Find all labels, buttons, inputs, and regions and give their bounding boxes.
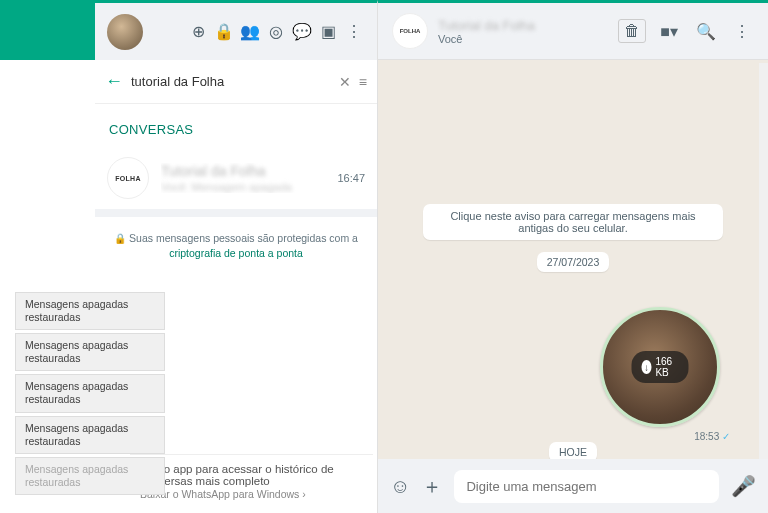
encryption-notice: 🔒Suas mensagens pessoais são protegidas … bbox=[95, 217, 377, 275]
search-back-icon[interactable]: ← bbox=[105, 71, 123, 92]
lock-icon[interactable]: 🔒 bbox=[213, 21, 235, 43]
add-icon[interactable]: ▣ bbox=[317, 21, 339, 43]
message-meta: 18:53 ✓ bbox=[600, 431, 740, 442]
video-call-icon[interactable]: ■▾ bbox=[656, 22, 682, 41]
download-badge[interactable]: 166 KB bbox=[632, 351, 689, 383]
media-message[interactable]: 166 KB 18:53 ✓ bbox=[600, 307, 740, 442]
composer: ☺ ＋ 🎤 bbox=[378, 459, 768, 513]
communities-icon[interactable]: 👥 bbox=[239, 21, 261, 43]
overlay-item[interactable]: Mensagens apagadas restauradas bbox=[15, 292, 165, 330]
chat-list-item[interactable]: FOLHA Tutorial da Folha Você: Mensagem a… bbox=[95, 147, 377, 217]
brand-bar bbox=[0, 3, 95, 60]
new-contact-icon[interactable]: ⊕ bbox=[187, 21, 209, 43]
check-icon: ✓ bbox=[722, 431, 730, 442]
mic-icon[interactable]: 🎤 bbox=[731, 474, 756, 498]
clear-search-icon[interactable]: ✕ bbox=[339, 74, 351, 90]
chat-header: FOLHA Tutorial da Folha Você 🗑 ■▾ 🔍 ⋮ bbox=[378, 3, 768, 60]
menu-icon[interactable]: ⋮ bbox=[343, 21, 365, 43]
chat-item-title: Tutorial da Folha bbox=[161, 163, 337, 179]
search-bar: ← ✕ ≡ bbox=[95, 60, 377, 104]
attach-icon[interactable]: ＋ bbox=[422, 473, 442, 500]
promo-title: Use o app para acessar o histórico de co… bbox=[140, 463, 363, 487]
new-chat-icon[interactable]: 💬 bbox=[291, 21, 313, 43]
voice-media-thumbnail[interactable]: 166 KB bbox=[600, 307, 720, 427]
chat-header-title: Tutorial da Folha bbox=[438, 18, 608, 33]
chat-item-avatar: FOLHA bbox=[107, 157, 149, 199]
archive-icon[interactable]: 🗑 bbox=[618, 19, 646, 43]
scrollbar[interactable] bbox=[759, 63, 768, 459]
chat-header-avatar[interactable]: FOLHA bbox=[392, 13, 428, 49]
emoji-icon[interactable]: ☺ bbox=[390, 475, 410, 498]
chat-item-subtitle: Você: Mensagem apagada bbox=[161, 181, 337, 193]
search-chat-icon[interactable]: 🔍 bbox=[692, 22, 720, 41]
chat-menu-icon[interactable]: ⋮ bbox=[730, 22, 754, 41]
overlay-item[interactable]: Mensagens apagadas restauradas bbox=[15, 457, 165, 495]
chat-panel: FOLHA Tutorial da Folha Você 🗑 ■▾ 🔍 ⋮ Cl… bbox=[378, 0, 768, 513]
date-pill-today: HOJE bbox=[549, 442, 597, 459]
overlay-item[interactable]: Mensagens apagadas restauradas bbox=[15, 333, 165, 371]
lock-small-icon: 🔒 bbox=[114, 233, 126, 244]
date-pill: 27/07/2023 bbox=[537, 252, 610, 272]
chat-header-subtitle: Você bbox=[438, 33, 608, 45]
message-input[interactable] bbox=[454, 470, 719, 503]
user-avatar[interactable] bbox=[107, 14, 143, 50]
search-input[interactable] bbox=[131, 74, 331, 89]
chat-body: Clique neste aviso para carregar mensage… bbox=[378, 60, 768, 459]
overlay-item[interactable]: Mensagens apagadas restauradas bbox=[15, 416, 165, 454]
promo-subtitle: Baixar o WhatsApp para Windows › bbox=[140, 488, 363, 500]
promo-banner[interactable]: ✆ Use o app para acessar o histórico de … bbox=[130, 454, 373, 508]
encryption-link[interactable]: criptografia de ponta a ponta bbox=[169, 247, 303, 259]
status-icon[interactable]: ◎ bbox=[265, 21, 287, 43]
chat-item-time: 16:47 bbox=[337, 172, 365, 184]
overlay-item[interactable]: Mensagens apagadas restauradas bbox=[15, 374, 165, 412]
system-load-notice[interactable]: Clique neste aviso para carregar mensage… bbox=[423, 204, 724, 240]
filter-icon[interactable]: ≡ bbox=[359, 74, 367, 90]
section-label: CONVERSAS bbox=[95, 104, 377, 147]
left-header: ⊕ 🔒 👥 ◎ 💬 ▣ ⋮ bbox=[95, 3, 377, 60]
notification-overlay: Mensagens apagadas restauradas Mensagens… bbox=[15, 292, 165, 498]
